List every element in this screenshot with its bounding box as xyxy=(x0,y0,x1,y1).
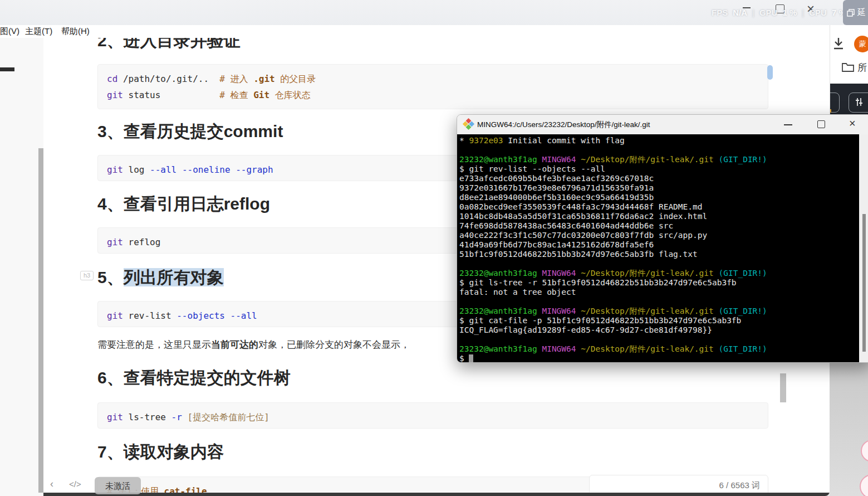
fps-value: N/A xyxy=(733,8,747,17)
menu-item-0[interactable]: 图(V) xyxy=(0,26,19,37)
screen: × FPS N/A | GPU 1 % | CPU 7 % 延 图(V)主题(T… xyxy=(0,0,868,496)
terminal-window[interactable]: MINGW64:/c/Users/23232/Desktop/附件/git-le… xyxy=(457,114,868,363)
heading-5: 5、列出所有对象 xyxy=(97,266,224,289)
code-line xyxy=(459,145,859,155)
text-segment: d8ee21ae894000b6ef5b3160ec9c95a66419d35b xyxy=(459,193,654,202)
code-block[interactable]: cd /path/to/.git/.. # 进入 .git 的父目录git st… xyxy=(97,64,768,109)
code-line: fatal: not a tree object xyxy=(459,288,859,297)
text-segment: $ git cat-file -p 51bf1c9f0512d46822b51b… xyxy=(459,316,741,325)
document-scrollbar[interactable] xyxy=(780,373,786,402)
code-block[interactable]: git ls-tree -r [提交哈希值前七位] xyxy=(97,402,768,429)
code-line: e733afcedc069b5b4fe3bfeae1acf3269c67018c xyxy=(459,174,859,183)
heading-level-badge: h3 xyxy=(80,271,94,280)
tune-button[interactable] xyxy=(849,93,868,113)
text-segment: 1014bc8db48a5a5d50f31ca65b36811f76da6ac2… xyxy=(459,212,707,221)
gpu-value: 1 % xyxy=(782,8,797,17)
text-segment: (GIT_DIR!) xyxy=(719,269,767,278)
text-segment: 23232@wanth3f1ag xyxy=(459,344,537,353)
code-view-icon[interactable]: </> xyxy=(69,479,81,489)
folder-item-label: 所 xyxy=(857,61,867,74)
text-segment: log xyxy=(123,164,150,175)
text-segment: $ git ls-tree -r 51bf1c9f0512d46822b51bb… xyxy=(459,278,737,287)
sidebar-scrollbar[interactable] xyxy=(38,148,43,493)
text-segment: git xyxy=(107,164,123,175)
text-segment: 的父目录 xyxy=(275,74,316,84)
sidebar-collapsed-item xyxy=(0,67,14,71)
code-line: 1014bc8db48a5a5d50f31ca65b36811f76da6ac2… xyxy=(459,212,859,221)
text-segment xyxy=(714,307,719,315)
text-segment: git xyxy=(107,412,123,422)
text-segment: rev-list xyxy=(123,310,176,321)
text-segment xyxy=(576,344,581,353)
menu-item-1[interactable]: 主题(T) xyxy=(25,26,52,37)
cpu-label: CPU xyxy=(809,8,827,17)
text-segment xyxy=(576,155,581,164)
code-line: cd /path/to/.git/.. # 进入 .git 的父目录 xyxy=(107,71,759,87)
text-segment: (GIT_DIR!) xyxy=(719,155,767,164)
terminal-cursor xyxy=(469,354,473,362)
text-segment: Initial commit with flag xyxy=(503,136,625,145)
download-icon[interactable] xyxy=(832,37,845,51)
code-line: 23232@wanth3f1ag MINGW64 ~/Desktop/附件/gi… xyxy=(459,344,859,354)
performance-hud: FPS N/A | GPU 1 % | CPU 7 % xyxy=(712,0,846,25)
git-icon xyxy=(463,118,474,130)
text-segment: e733afcedc069b5b4fe3bfeae1acf3269c67018c xyxy=(459,174,654,183)
code-line: 23232@wanth3f1ag MINGW64 ~/Desktop/附件/gi… xyxy=(459,155,859,164)
text-segment: 9372e03 xyxy=(469,136,503,145)
heading-7: 7、读取对象内容 xyxy=(97,441,224,464)
code-line: git status # 检查 Git 仓库状态 xyxy=(107,87,759,103)
selected-text: 列出所有对象 xyxy=(124,268,224,286)
terminal-titlebar[interactable]: MINGW64:/c/Users/23232/Desktop/附件/git-le… xyxy=(457,115,868,134)
text-segment: --objects --all xyxy=(176,310,257,321)
text-segment: (GIT_DIR!) xyxy=(719,344,767,353)
text-segment: a40ce222f3c3f1c507c77dc03200e07c803f7fdb… xyxy=(459,231,707,240)
text-segment: 0a082becd9eef3550539fc448fa3c7943d44468f… xyxy=(459,202,703,211)
code-line: 51bf1c9f0512d46822b51bb3b247d97e6c5ab3fb… xyxy=(459,250,859,259)
text-segment: (GIT_DIR!) xyxy=(719,307,767,315)
text-segment: 23232@wanth3f1ag xyxy=(459,269,537,278)
terminal-close-icon[interactable]: × xyxy=(849,116,856,130)
text-segment: fatal: not a tree object xyxy=(459,288,576,296)
text-segment: reflog xyxy=(123,237,160,247)
folder-icon[interactable] xyxy=(841,62,855,72)
text-segment: ls-tree xyxy=(123,412,171,422)
code-line: git ls-tree -r [提交哈希值前七位] xyxy=(107,409,759,425)
code-line: 23232@wanth3f1ag MINGW64 ~/Desktop/附件/gi… xyxy=(459,307,859,316)
chevron-left-icon[interactable]: ‹ xyxy=(50,478,53,490)
code-line: 9372e031667b176e39e8e6796a71d156350fa91a xyxy=(459,183,859,193)
text-segment: 51bf1c9f0512d46822b51bb3b247d97e6c5ab3fb… xyxy=(459,250,698,259)
latency-badge[interactable]: 延 xyxy=(843,0,868,25)
terminal-scrollbar-thumb[interactable] xyxy=(862,214,866,352)
text-segment: ICQ_FLAG=flag{ad19289f-ed85-4c67-9d27-cb… xyxy=(459,325,712,334)
terminal-output[interactable]: * 9372e03 Initial commit with flag 23232… xyxy=(457,134,859,363)
code-line: d8ee21ae894000b6ef5b3160ec9c95a66419d35b xyxy=(459,193,859,202)
not-activated-overlay: 未激活 xyxy=(95,477,141,494)
terminal-maximize-icon[interactable] xyxy=(817,120,825,128)
code-line: 0a082becd9eef3550539fc448fa3c7943d44468f… xyxy=(459,202,859,212)
code-line: ICQ_FLAG=flag{ad19289f-ed85-4c67-9d27-cb… xyxy=(459,325,859,335)
terminal-scrollbar[interactable] xyxy=(859,134,868,363)
text-segment: $ xyxy=(459,354,469,363)
code-line xyxy=(459,259,859,269)
text-segment xyxy=(714,344,719,353)
text-segment: $ git rev-list --objects --all xyxy=(459,164,605,173)
menu-item-2[interactable]: 帮助(H) xyxy=(61,26,90,37)
text-segment: ~/Desktop/附件/git-leak/.git xyxy=(581,344,714,353)
heading-6: 6、查看特定提交的文件树 xyxy=(97,367,291,390)
latency-label: 延 xyxy=(857,7,866,18)
heading-2: 2、进入目录并验证 xyxy=(97,38,241,52)
code-line: 23232@wanth3f1ag MINGW64 ~/Desktop/附件/gi… xyxy=(459,269,859,278)
code-line: $ xyxy=(459,354,859,363)
bottom-dark-strip xyxy=(43,493,830,496)
dark-toolbar xyxy=(830,84,868,115)
text-segment: MINGW64 xyxy=(542,307,576,315)
text-segment: Git xyxy=(253,90,269,100)
overlapping-windows-icon xyxy=(847,9,855,17)
text-segment: * xyxy=(459,136,469,145)
code-line: $ git rev-list --objects --all xyxy=(459,164,859,174)
text-segment: .git xyxy=(253,74,275,84)
text-segment xyxy=(576,307,581,315)
terminal-minimize-icon[interactable] xyxy=(784,124,792,125)
text-segment: MINGW64 xyxy=(542,344,576,353)
avatar[interactable]: 蒙 xyxy=(854,36,868,52)
